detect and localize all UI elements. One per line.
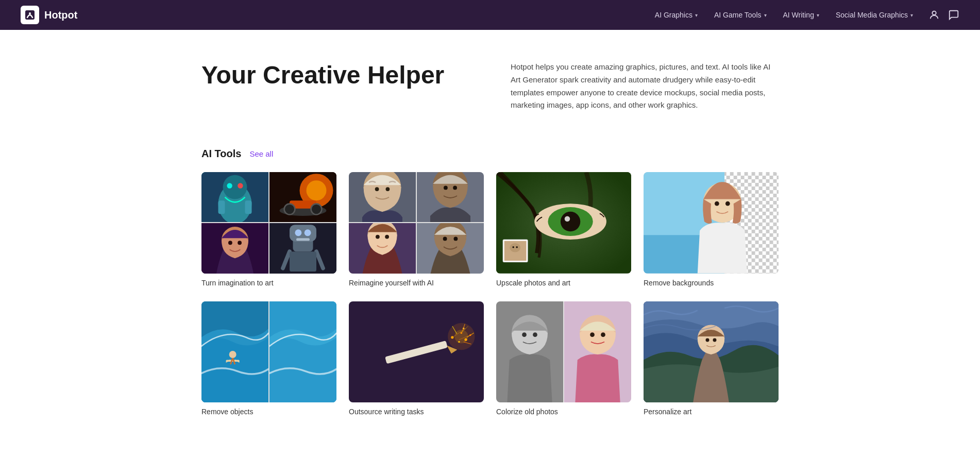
svg-point-89 — [522, 332, 527, 337]
tool-image-writing — [349, 301, 484, 403]
svg-point-42 — [443, 237, 447, 241]
chat-icon[interactable] — [948, 9, 959, 21]
tool-image-upscale — [496, 172, 631, 274]
svg-point-7 — [238, 183, 243, 188]
svg-point-20 — [238, 241, 242, 245]
tool-label-remove-objects: Remove objects — [201, 408, 336, 416]
tool-image-personalize-art — [644, 301, 779, 403]
svg-point-43 — [454, 237, 458, 241]
logo-link[interactable]: Hotpot — [21, 6, 77, 24]
tool-label-personalize-art: Personalize art — [644, 408, 779, 416]
svg-point-39 — [385, 235, 389, 239]
tool-image-art-generator — [201, 172, 336, 274]
see-all-link[interactable]: See all — [249, 149, 273, 158]
tool-label-art-generator: Turn imagination to art — [201, 279, 336, 287]
nav-ai-graphics[interactable]: AI Graphics ▾ — [648, 7, 705, 23]
chevron-down-icon: ▾ — [910, 12, 913, 18]
svg-point-19 — [228, 241, 232, 245]
nav-social-media-graphics[interactable]: Social Media Graphics ▾ — [829, 7, 920, 23]
svg-rect-27 — [290, 251, 316, 272]
tool-label-reimagine: Reimagine yourself with AI — [349, 279, 484, 287]
svg-point-30 — [375, 187, 379, 191]
svg-point-94 — [601, 332, 605, 337]
tool-image-remove-objects — [201, 301, 336, 403]
navbar: Hotpot AI Graphics ▾ AI Game Tools ▾ AI … — [0, 0, 980, 30]
svg-point-90 — [533, 332, 537, 337]
svg-point-82 — [454, 330, 468, 343]
ai-tools-section: AI Tools See all — [201, 148, 779, 416]
tools-grid: Turn imagination to art — [201, 172, 779, 416]
tool-label-remove-bg: Remove backgrounds — [644, 279, 779, 287]
svg-rect-9 — [245, 200, 252, 214]
svg-point-67 — [229, 351, 236, 358]
svg-rect-26 — [296, 238, 310, 241]
section-title: AI Tools — [201, 148, 241, 160]
tool-image-reimagine — [349, 172, 484, 274]
nav-links: AI Graphics ▾ AI Game Tools ▾ AI Writing… — [648, 7, 920, 23]
chevron-down-icon: ▾ — [817, 12, 819, 18]
tool-card-writing[interactable]: Outsource writing tasks — [349, 301, 484, 416]
tool-card-remove-bg[interactable]: Remove backgrounds — [644, 172, 779, 287]
nav-ai-writing[interactable]: AI Writing ▾ — [776, 7, 826, 23]
svg-point-38 — [376, 235, 380, 239]
svg-point-15 — [284, 204, 295, 215]
tool-card-remove-objects[interactable]: Remove objects — [201, 301, 336, 416]
svg-point-53 — [512, 246, 514, 248]
user-icon[interactable] — [928, 9, 940, 21]
svg-point-35 — [453, 186, 457, 190]
svg-point-34 — [444, 186, 448, 190]
hero-section: Your Creative Helper Hotpot helps you cr… — [201, 61, 779, 112]
svg-point-2 — [932, 11, 936, 15]
svg-point-12 — [307, 180, 327, 200]
svg-point-93 — [590, 332, 595, 337]
hero-description: Hotpot helps you create amazing graphics… — [511, 61, 779, 112]
hero-title: Your Creative Helper — [201, 61, 469, 89]
svg-point-98 — [713, 338, 716, 342]
main-content: Your Creative Helper Hotpot helps you cr… — [181, 30, 799, 457]
chevron-down-icon: ▾ — [764, 12, 767, 18]
svg-point-97 — [706, 338, 709, 342]
tool-image-remove-bg — [644, 172, 779, 274]
tool-label-writing: Outsource writing tasks — [349, 408, 484, 416]
nav-ai-game-tools[interactable]: AI Game Tools ▾ — [707, 7, 774, 23]
tool-image-colorize — [496, 301, 631, 403]
tool-card-upscale[interactable]: Upscale photos and art — [496, 172, 631, 287]
svg-point-54 — [516, 246, 517, 248]
nav-icon-group — [928, 9, 959, 21]
hero-right: Hotpot helps you create amazing graphics… — [511, 61, 779, 112]
tool-card-personalize-art[interactable]: Personalize art — [644, 301, 779, 416]
tool-card-colorize[interactable]: Colorize old photos — [496, 301, 631, 416]
section-header: AI Tools See all — [201, 148, 779, 160]
tool-label-colorize: Colorize old photos — [496, 408, 631, 416]
svg-point-31 — [386, 187, 390, 191]
svg-point-16 — [311, 204, 322, 215]
tool-label-upscale: Upscale photos and art — [496, 279, 631, 287]
tool-card-art-generator[interactable]: Turn imagination to art — [201, 172, 336, 287]
logo-icon — [21, 6, 39, 24]
svg-point-52 — [510, 243, 520, 252]
svg-point-25 — [305, 229, 311, 236]
chevron-down-icon: ▾ — [695, 12, 698, 18]
svg-point-6 — [227, 183, 232, 188]
hero-left: Your Creative Helper — [201, 61, 469, 112]
tool-card-reimagine[interactable]: Reimagine yourself with AI — [349, 172, 484, 287]
svg-point-49 — [565, 216, 570, 222]
svg-rect-8 — [218, 200, 225, 214]
svg-point-24 — [295, 229, 301, 236]
svg-point-5 — [223, 175, 247, 199]
svg-point-63 — [715, 201, 719, 206]
svg-point-64 — [725, 201, 730, 206]
svg-point-48 — [561, 212, 580, 231]
svg-point-1 — [29, 12, 31, 14]
brand-name: Hotpot — [44, 9, 77, 21]
